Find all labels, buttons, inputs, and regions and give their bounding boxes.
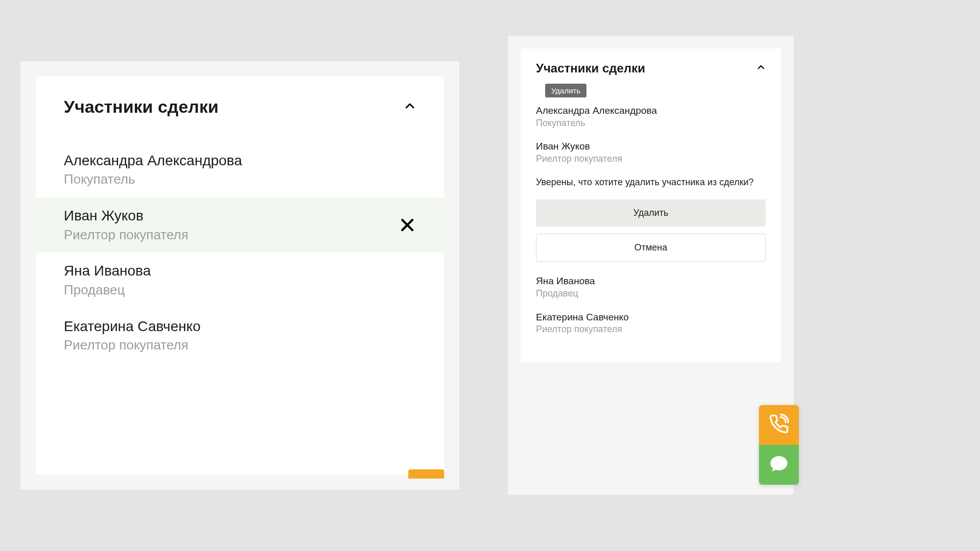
participant-name: Екатерина Савченко — [536, 311, 766, 324]
participant-row[interactable]: Яна Иванова Продавец — [536, 275, 766, 299]
participant-name: Яна Иванова — [64, 262, 416, 280]
participant-name: Иван Жуков — [536, 140, 766, 153]
close-icon[interactable] — [399, 216, 416, 234]
participant-role: Продавец — [64, 282, 416, 299]
participant-row[interactable]: Иван Жуков Риелтор покупателя — [36, 197, 444, 253]
chat-icon — [769, 454, 789, 476]
card-title: Участники сделки — [64, 97, 218, 117]
participant-role: Покупатель — [536, 117, 766, 129]
chevron-up-icon[interactable] — [404, 100, 416, 114]
cancel-button[interactable]: Отмена — [536, 234, 766, 262]
floating-action-buttons — [759, 405, 799, 485]
participant-row[interactable]: Иван Жуков Риелтор покупателя — [536, 140, 766, 165]
participant-role: Риелтор покупателя — [536, 153, 766, 165]
participant-row[interactable]: Александра Александрова Покупатель — [36, 142, 444, 197]
participant-role: Риелтор покупателя — [64, 337, 416, 354]
call-button[interactable] — [759, 405, 799, 445]
participant-name: Яна Иванова — [536, 275, 766, 288]
orange-accent-tab — [408, 469, 444, 479]
card-header[interactable]: Участники сделки — [36, 77, 444, 132]
delete-tooltip: Удалить — [545, 84, 586, 97]
card-title: Участники сделки — [536, 61, 645, 76]
participant-name: Иван Жуков — [64, 207, 416, 225]
participants-list: Александра Александрова Покупатель Иван … — [36, 132, 444, 363]
participant-row[interactable]: Яна Иванова Продавец — [36, 253, 444, 308]
participant-role: Риелтор покупателя — [536, 323, 766, 335]
deal-participants-card-right: Участники сделки Удалить Александра Алек… — [521, 48, 781, 362]
delete-button[interactable]: Удалить — [536, 199, 766, 227]
participant-name: Екатерина Савченко — [64, 317, 416, 336]
right-panel-container: Участники сделки Удалить Александра Алек… — [508, 36, 794, 495]
card-header[interactable]: Участники сделки — [536, 61, 766, 76]
chevron-up-icon[interactable] — [756, 63, 766, 74]
left-panel-container: Участники сделки Александра Александрова… — [20, 61, 459, 490]
participant-name: Александра Александрова — [536, 105, 766, 117]
participant-role: Покупатель — [64, 171, 416, 188]
participant-row[interactable]: Александра Александрова Покупатель — [536, 105, 766, 129]
participant-role: Продавец — [536, 288, 766, 299]
participant-role: Риелтор покупателя — [64, 227, 416, 244]
phone-icon — [769, 414, 789, 436]
participant-row[interactable]: Екатерина Савченко Риелтор покупателя — [36, 308, 444, 363]
deal-participants-card-left: Участники сделки Александра Александрова… — [36, 77, 444, 474]
participant-name: Александра Александрова — [64, 152, 416, 170]
confirm-delete-text: Уверены, что хотите удалить участника из… — [536, 176, 766, 188]
participant-row[interactable]: Екатерина Савченко Риелтор покупателя — [536, 311, 766, 336]
chat-button[interactable] — [759, 445, 799, 485]
